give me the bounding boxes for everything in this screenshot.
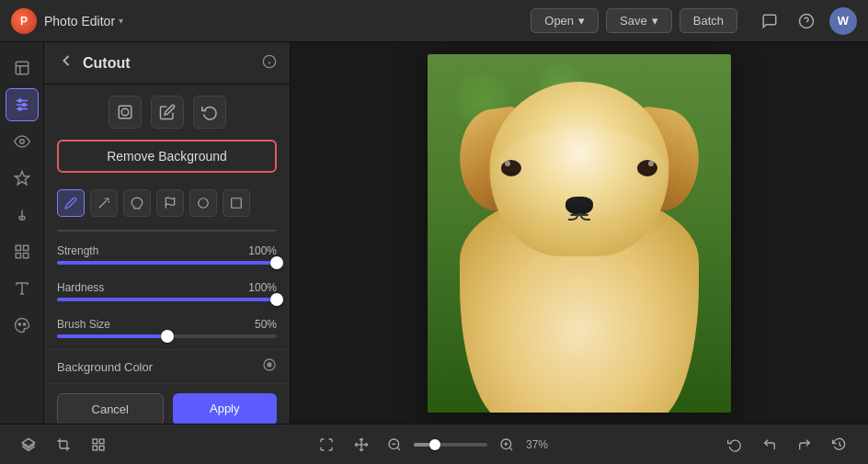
canvas-image[interactable] [428, 54, 731, 413]
main-area: Cutout [0, 42, 868, 424]
canvas-area [291, 42, 868, 424]
svg-rect-16 [16, 254, 20, 258]
fullscreen-button[interactable] [313, 431, 340, 458]
brush-size-value: 50% [255, 318, 277, 331]
zoom-in-button[interactable] [495, 433, 519, 457]
open-button[interactable]: Open ▾ [531, 8, 599, 33]
panel-header: Cutout [44, 42, 290, 85]
svg-rect-32 [232, 198, 242, 209]
svg-line-26 [99, 200, 107, 208]
sidebar-item-text[interactable] [6, 272, 39, 305]
refresh-tool-button[interactable] [193, 96, 226, 129]
sidebar-item-brush[interactable] [6, 198, 39, 232]
svg-line-43 [397, 447, 400, 450]
edit-tool-button[interactable] [151, 96, 184, 129]
apply-button[interactable]: Apply [173, 393, 278, 424]
background-color-edit-icon[interactable] [262, 357, 277, 376]
svg-point-20 [23, 323, 25, 325]
svg-point-19 [18, 323, 20, 325]
cancel-button[interactable]: Cancel [57, 393, 164, 424]
layers-bottom-button[interactable] [15, 431, 42, 458]
undo-button[interactable] [756, 431, 783, 458]
panel-actions: Cancel Apply [44, 383, 290, 424]
remove-toggle-button[interactable]: Remove [58, 231, 167, 232]
title-dropdown-arrow: ▾ [119, 16, 123, 26]
keep-toggle-button[interactable]: Keep [167, 231, 277, 232]
lasso-tool-button[interactable] [123, 189, 151, 217]
svg-line-27 [108, 198, 108, 199]
comment-button[interactable] [756, 7, 783, 35]
strength-label: Strength [57, 244, 98, 257]
strength-slider-row: Strength 100% [44, 239, 290, 276]
svg-rect-2 [16, 62, 29, 74]
background-color-row: Background Color [44, 349, 290, 383]
flag-tool-button[interactable] [156, 189, 184, 217]
svg-point-34 [268, 363, 271, 367]
help-button[interactable] [793, 7, 820, 35]
svg-rect-15 [23, 254, 28, 258]
bottom-left-tools [15, 431, 112, 458]
back-button[interactable] [57, 51, 75, 74]
circle-tool-button[interactable] [189, 189, 217, 217]
info-button[interactable] [262, 54, 277, 72]
zoom-out-button[interactable] [383, 433, 406, 457]
bottom-toolbar: 37% [0, 424, 868, 464]
sidebar-item-grid[interactable] [6, 235, 39, 268]
svg-point-25 [121, 108, 129, 116]
history-button[interactable] [826, 431, 853, 458]
svg-point-11 [19, 140, 24, 144]
brush-tools-row [44, 184, 290, 222]
svg-point-31 [199, 198, 209, 209]
brush-size-slider-row: Brush Size 50% [44, 312, 290, 349]
rect-tool-button[interactable] [223, 189, 250, 217]
strength-value: 100% [248, 244, 277, 257]
magic-wand-tool-button[interactable] [90, 189, 118, 217]
save-button[interactable]: Save ▾ [606, 8, 672, 33]
background-color-label: Background Color [57, 360, 153, 374]
icon-sidebar [0, 42, 44, 424]
sidebar-item-magic[interactable] [6, 162, 39, 195]
app-title-group[interactable]: Photo Editor ▾ [44, 14, 123, 28]
rotate-button[interactable] [721, 431, 748, 458]
svg-rect-24 [119, 106, 131, 119]
tool-icons-row [44, 85, 290, 136]
strength-slider[interactable] [57, 261, 277, 265]
svg-rect-14 [23, 245, 28, 250]
svg-rect-13 [16, 245, 20, 250]
sidebar-item-eye[interactable] [6, 125, 39, 158]
sidebar-item-stickers[interactable] [6, 309, 39, 342]
panel-title: Cutout [83, 55, 255, 72]
crop-bottom-button[interactable] [50, 431, 77, 458]
grid-bottom-button[interactable] [85, 431, 112, 458]
brush-size-label: Brush Size [57, 318, 110, 331]
sidebar-item-adjustments[interactable] [6, 88, 39, 121]
redo-button[interactable] [791, 431, 818, 458]
hardness-slider-row: Hardness 100% [44, 276, 290, 312]
hardness-value: 100% [248, 281, 277, 294]
svg-line-29 [105, 198, 106, 199]
remove-background-button[interactable]: Remove Background [57, 140, 277, 173]
app-title: Photo Editor [44, 14, 115, 28]
svg-rect-39 [93, 446, 97, 450]
hardness-label: Hardness [57, 281, 104, 294]
zoom-slider[interactable] [414, 443, 487, 447]
user-avatar[interactable]: W [829, 7, 857, 35]
zoom-value: 37% [526, 438, 555, 451]
cutout-panel: Cutout [44, 42, 291, 424]
app-logo: P [11, 8, 37, 34]
svg-rect-38 [99, 446, 104, 450]
pencil-tool-button[interactable] [57, 189, 85, 217]
bottom-right-tools [721, 431, 853, 458]
mask-tool-button[interactable] [108, 96, 142, 129]
topbar: P Photo Editor ▾ Open ▾ Save ▾ Batch [0, 0, 868, 42]
svg-line-28 [108, 201, 109, 202]
brush-size-slider[interactable] [57, 334, 277, 338]
open-dropdown-arrow: ▾ [578, 14, 585, 28]
svg-line-46 [509, 447, 512, 450]
sidebar-item-layers[interactable] [6, 51, 39, 85]
photo-content [428, 54, 731, 413]
batch-button[interactable]: Batch [680, 8, 737, 33]
hardness-slider[interactable] [57, 298, 277, 301]
svg-point-8 [18, 99, 21, 102]
transform-button[interactable] [348, 431, 375, 458]
